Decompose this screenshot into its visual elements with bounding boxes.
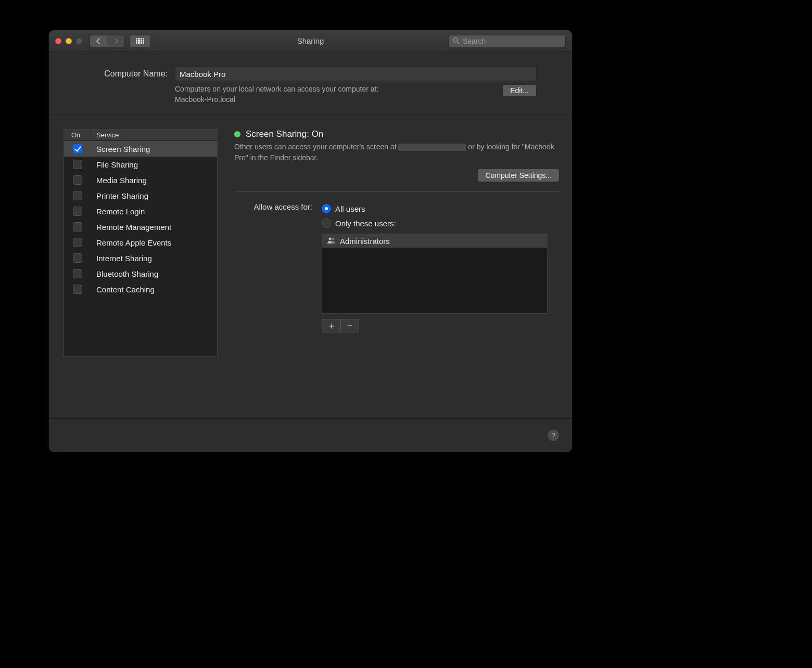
service-checkbox[interactable] — [73, 191, 82, 200]
titlebar: Sharing — [49, 30, 572, 52]
radio-all-users[interactable] — [322, 204, 331, 213]
edit-hostname-button[interactable]: Edit... — [502, 84, 537, 97]
computer-settings-button[interactable]: Computer Settings... — [477, 169, 560, 182]
add-user-button[interactable]: ＋ — [322, 319, 340, 332]
access-section: Allow access for: All users Only these u… — [234, 201, 560, 332]
service-checkbox[interactable] — [73, 222, 82, 232]
allowed-users-list[interactable]: Administrators — [322, 234, 548, 314]
service-label: Screen Sharing — [91, 145, 150, 153]
service-label: Remote Apple Events — [91, 238, 171, 247]
service-checkbox[interactable] — [73, 253, 82, 263]
nav-segmented — [90, 35, 125, 47]
radio-all-users-label: All users — [335, 204, 365, 213]
grid-icon — [136, 38, 144, 44]
service-row[interactable]: File Sharing — [64, 157, 217, 172]
status-description: Other users can access your computer's s… — [234, 142, 560, 163]
minimize-window-button[interactable] — [66, 38, 72, 44]
footer: ? — [49, 419, 572, 452]
service-row[interactable]: Media Sharing — [64, 172, 217, 188]
access-label: Allow access for: — [234, 201, 312, 332]
svg-point-2 — [329, 238, 332, 240]
show-all-button[interactable] — [129, 35, 151, 47]
service-row[interactable]: Screen Sharing — [64, 141, 217, 157]
service-label: Remote Management — [91, 223, 171, 232]
service-checkbox[interactable] — [73, 160, 82, 169]
search-icon — [453, 37, 460, 44]
users-icon — [327, 237, 336, 245]
remove-user-button[interactable]: − — [340, 319, 359, 332]
forward-button — [107, 35, 125, 47]
back-button[interactable] — [90, 35, 107, 47]
services-table: On Service Screen SharingFile SharingMed… — [64, 129, 218, 357]
access-option-all[interactable]: All users — [322, 201, 560, 216]
service-checkbox[interactable] — [73, 207, 82, 216]
sharing-main: On Service Screen SharingFile SharingMed… — [49, 114, 572, 419]
radio-only-users-label: Only these users: — [335, 219, 396, 228]
service-detail: Screen Sharing: On Other users can acces… — [234, 129, 560, 414]
service-checkbox[interactable] — [73, 175, 82, 185]
svg-line-1 — [457, 42, 459, 44]
close-window-button[interactable] — [55, 38, 61, 44]
service-row[interactable]: Remote Login — [64, 203, 217, 219]
redacted-address — [398, 144, 466, 151]
zoom-window-button — [76, 38, 82, 44]
divider — [234, 191, 560, 192]
service-checkbox[interactable] — [73, 144, 82, 153]
service-row[interactable]: Internet Sharing — [64, 250, 217, 266]
service-label: Remote Login — [91, 207, 145, 216]
status-dot-icon — [234, 131, 240, 137]
service-checkbox[interactable] — [73, 285, 82, 294]
list-item-label: Administrators — [340, 237, 390, 246]
chevron-left-icon — [96, 38, 100, 44]
service-row[interactable]: Bluetooth Sharing — [64, 266, 217, 281]
search-input[interactable] — [463, 37, 561, 45]
search-field[interactable] — [448, 35, 566, 47]
access-option-only[interactable]: Only these users: — [322, 216, 560, 230]
service-label: Internet Sharing — [91, 254, 152, 263]
service-checkbox[interactable] — [73, 238, 82, 247]
traffic-lights — [55, 38, 82, 44]
services-body: Screen SharingFile SharingMedia SharingP… — [64, 141, 217, 297]
svg-point-3 — [332, 238, 334, 240]
computer-name-subtext: Computers on your local network can acce… — [175, 84, 496, 105]
service-label: Content Caching — [91, 285, 155, 294]
radio-only-users[interactable] — [322, 219, 331, 228]
service-row[interactable]: Remote Management — [64, 219, 217, 235]
status-title: Screen Sharing: On — [246, 129, 323, 139]
computer-name-section: Computer Name: Computers on your local n… — [49, 52, 572, 114]
list-item[interactable]: Administrators — [322, 234, 547, 248]
user-list-buttons: ＋ − — [322, 319, 560, 332]
service-label: Media Sharing — [91, 176, 147, 185]
service-row[interactable]: Printer Sharing — [64, 188, 217, 203]
chevron-right-icon — [114, 38, 118, 44]
preferences-window: Sharing Computer Name: Computers on your… — [49, 30, 572, 452]
services-col-on[interactable]: On — [64, 130, 91, 140]
computer-name-label: Computer Name: — [84, 69, 168, 79]
service-label: File Sharing — [91, 160, 138, 169]
services-col-service[interactable]: Service — [91, 130, 119, 140]
services-header: On Service — [64, 130, 217, 141]
computer-name-input[interactable] — [175, 67, 537, 81]
service-row[interactable]: Remote Apple Events — [64, 235, 217, 250]
service-label: Bluetooth Sharing — [91, 269, 158, 278]
service-label: Printer Sharing — [91, 191, 148, 200]
service-row[interactable]: Content Caching — [64, 281, 217, 297]
help-button[interactable]: ? — [547, 429, 560, 442]
service-checkbox[interactable] — [73, 269, 82, 278]
